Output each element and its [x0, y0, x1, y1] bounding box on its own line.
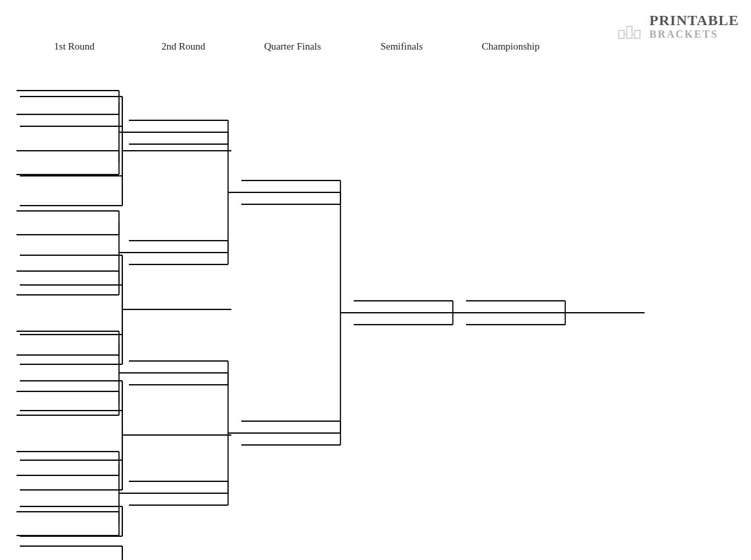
- svg-rect-0: [619, 30, 624, 38]
- round-header-5: Championship: [456, 41, 565, 52]
- round-headers: 1st Round 2nd Round Quarter Finals Semif…: [0, 41, 751, 52]
- bracket-main: [17, 73, 737, 555]
- round-header-4: Semifinals: [347, 41, 456, 52]
- logo-brackets: BRACKETS: [649, 28, 739, 40]
- round-header-2: 2nd Round: [129, 41, 238, 52]
- logo: PRINTABLE BRACKETS: [615, 12, 739, 41]
- logo-text: PRINTABLE BRACKETS: [649, 13, 739, 40]
- logo-icon: [615, 12, 644, 41]
- round-header-1: 1st Round: [20, 41, 129, 52]
- round-header-3: Quarter Finals: [238, 41, 347, 52]
- svg-rect-1: [627, 26, 632, 38]
- logo-printable: PRINTABLE: [649, 13, 739, 28]
- svg-rect-2: [635, 30, 640, 38]
